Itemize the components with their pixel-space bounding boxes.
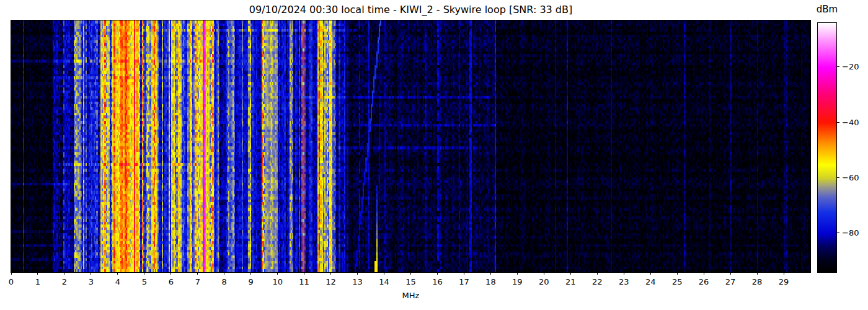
x-tick-mark [624, 272, 624, 275]
colorbar [817, 22, 837, 273]
x-tick-mark [437, 272, 438, 275]
colorbar-tick-label: −80 [842, 228, 859, 237]
x-tick-label: 16 [432, 277, 443, 286]
x-tick-label: 12 [326, 277, 336, 286]
waterfall-heatmap [11, 20, 810, 272]
x-tick-label: 11 [299, 277, 309, 286]
x-tick-mark [117, 272, 118, 275]
x-tick-mark [170, 272, 171, 275]
colorbar-gradient [818, 23, 836, 272]
x-tick-label: 24 [645, 277, 656, 286]
colorbar-tick-mark [837, 232, 839, 233]
x-tick-mark [784, 272, 784, 275]
plot-area [11, 20, 811, 273]
x-tick-label: 18 [485, 277, 496, 286]
x-tick-label: 27 [725, 277, 736, 286]
x-tick-mark [410, 272, 411, 275]
x-tick-mark [757, 272, 758, 275]
chart-title: 09/10/2024 00:30 local time - KIWI_2 - S… [11, 4, 810, 16]
x-tick-mark [357, 272, 358, 275]
x-axis-label: MHz [11, 291, 810, 300]
colorbar-tick-mark [837, 66, 839, 67]
x-tick-mark [64, 272, 64, 275]
x-tick-label: 8 [222, 277, 227, 286]
x-tick-mark [277, 272, 278, 275]
x-tick-label: 2 [62, 277, 67, 286]
x-tick-mark [517, 272, 518, 275]
colorbar-tick-label: −40 [842, 117, 859, 126]
colorbar-tick-label: −60 [842, 173, 859, 182]
x-tick-mark [250, 272, 251, 275]
x-tick-label: 14 [379, 277, 389, 286]
x-tick-label: 7 [195, 277, 200, 286]
x-tick-mark [37, 272, 38, 275]
x-tick-label: 3 [89, 277, 94, 286]
x-tick-label: 19 [512, 277, 523, 286]
colorbar-tick-mark [837, 177, 839, 178]
x-tick-mark [384, 272, 384, 275]
x-tick-mark [570, 272, 571, 275]
x-tick-mark [677, 272, 678, 275]
x-tick-label: 26 [699, 277, 709, 286]
x-tick-mark [197, 272, 198, 275]
x-tick-mark [330, 272, 331, 275]
x-tick-mark [11, 272, 12, 275]
colorbar-tick-mark [837, 122, 839, 123]
colorbar-unit-label: dBm [813, 4, 841, 15]
colorbar-tick-label: −20 [842, 62, 859, 71]
x-tick-mark [464, 272, 464, 275]
x-tick-label: 13 [352, 277, 363, 286]
x-tick-mark [597, 272, 598, 275]
x-tick-label: 29 [779, 277, 789, 286]
x-tick-label: 20 [539, 277, 549, 286]
x-tick-mark [730, 272, 731, 275]
x-tick-label: 21 [565, 277, 576, 286]
x-tick-label: 15 [405, 277, 416, 286]
x-tick-label: 22 [592, 277, 603, 286]
x-tick-mark [304, 272, 304, 275]
x-tick-label: 25 [672, 277, 683, 286]
x-tick-mark [704, 272, 704, 275]
x-tick-label: 23 [619, 277, 629, 286]
spectrogram-figure: 09/10/2024 00:30 local time - KIWI_2 - S… [0, 0, 868, 310]
x-tick-mark [224, 272, 224, 275]
x-tick-label: 4 [115, 277, 120, 286]
x-tick-mark [490, 272, 491, 275]
x-tick-label: 6 [169, 277, 174, 286]
x-tick-mark [544, 272, 544, 275]
x-tick-mark [650, 272, 651, 275]
x-tick-label: 28 [752, 277, 763, 286]
x-tick-mark [91, 272, 91, 275]
x-tick-label: 17 [459, 277, 469, 286]
x-tick-label: 1 [35, 277, 40, 286]
x-tick-label: 9 [249, 277, 254, 286]
x-tick-mark [144, 272, 144, 275]
x-tick-label: 10 [272, 277, 283, 286]
x-tick-label: 0 [9, 277, 14, 286]
x-tick-label: 5 [142, 277, 147, 286]
